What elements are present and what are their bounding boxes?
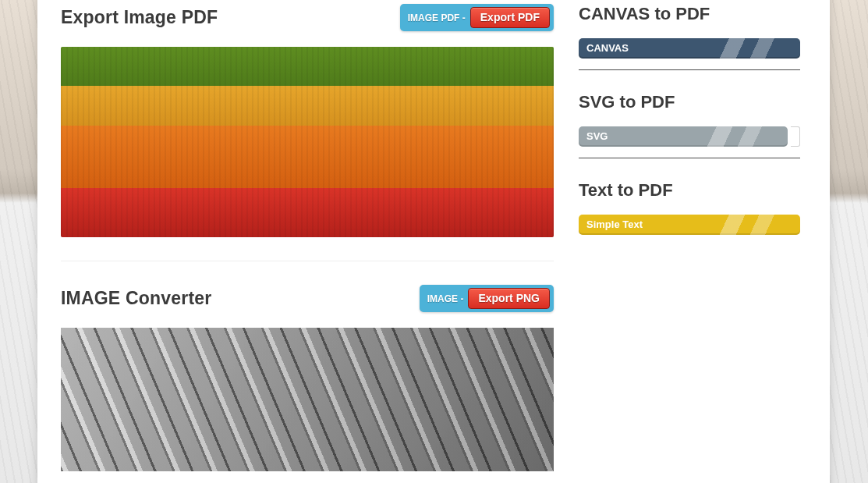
- colorful-planks-image: [61, 47, 554, 237]
- plank-gold: [61, 86, 554, 125]
- canvas-chip-label: CANVAS: [586, 42, 629, 54]
- image-converter-pill-label: IMAGE -: [427, 293, 464, 304]
- canvas-chip[interactable]: CANVAS: [579, 38, 800, 59]
- svg-to-pdf-title: SVG to PDF: [579, 92, 800, 112]
- export-png-button[interactable]: Export PNG: [468, 288, 550, 309]
- export-image-pdf-pill: IMAGE PDF - Export PDF: [400, 4, 554, 31]
- svg-chip-label: SVG: [586, 130, 608, 142]
- text-to-pdf-title: Text to PDF: [579, 180, 800, 201]
- section-divider: [61, 261, 554, 261]
- content-card: Export Image PDF IMAGE PDF - Export PDF …: [37, 0, 830, 483]
- export-image-pdf-section: Export Image PDF IMAGE PDF - Export PDF: [61, 4, 554, 237]
- plank-red: [61, 188, 554, 237]
- export-image-pdf-title: Export Image PDF: [61, 7, 218, 28]
- simple-text-chip[interactable]: Simple Text: [579, 215, 800, 235]
- text-to-pdf-block: Text to PDF Simple Text: [579, 180, 800, 235]
- export-image-pdf-pill-label: IMAGE PDF -: [408, 12, 466, 23]
- simple-text-chip-label: Simple Text: [586, 218, 643, 230]
- plank-orange: [61, 126, 554, 189]
- image-converter-title: IMAGE Converter: [61, 288, 211, 309]
- svg-to-pdf-block: SVG to PDF SVG: [579, 92, 800, 158]
- canvas-to-pdf-title: CANVAS to PDF: [579, 4, 800, 24]
- main-column: Export Image PDF IMAGE PDF - Export PDF …: [61, 4, 554, 483]
- canvas-divider: [579, 69, 800, 70]
- export-pdf-button[interactable]: Export PDF: [470, 7, 550, 28]
- image-converter-pill: IMAGE - Export PNG: [420, 285, 554, 312]
- svg-chip[interactable]: SVG: [579, 126, 788, 147]
- plank-green: [61, 47, 554, 86]
- canvas-to-pdf-block: CANVAS to PDF CANVAS: [579, 4, 800, 70]
- sidebar: CANVAS to PDF CANVAS SVG to PDF SVG Text…: [579, 4, 800, 483]
- svg-divider: [579, 158, 800, 158]
- svg-chip-stub: [791, 126, 800, 147]
- image-converter-section: IMAGE Converter IMAGE - Export PNG: [61, 285, 554, 471]
- bw-boardwalk-image: [61, 328, 554, 471]
